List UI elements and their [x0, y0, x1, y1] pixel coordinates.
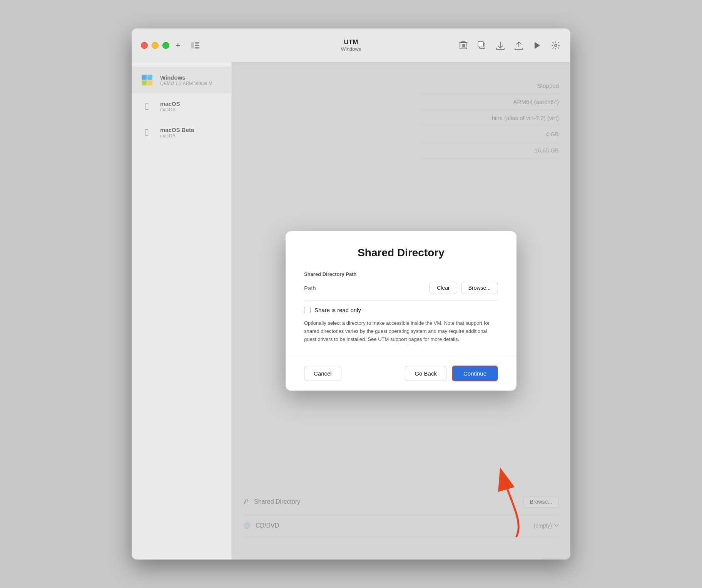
add-vm-button[interactable]: +: [176, 40, 181, 50]
settings-button[interactable]: [550, 40, 561, 51]
sidebar-sub-macos: macOS: [160, 107, 180, 112]
footer-right: Go Back Continue: [405, 366, 498, 381]
sidebar-sub-windows: QEMU 7.2 ARM Virtual M: [160, 81, 212, 86]
shared-directory-dialog: Shared Directory Shared Directory Path C…: [286, 231, 516, 390]
sidebar-text-windows: Windows QEMU 7.2 ARM Virtual M: [160, 74, 212, 86]
close-button[interactable]: [141, 42, 148, 49]
title-bar-center: UTM Windows: [341, 38, 361, 52]
sidebar-text-macos: macOS macOS: [160, 100, 180, 112]
cancel-button[interactable]: Cancel: [304, 366, 341, 381]
sidebar-item-windows[interactable]: Windows QEMU 7.2 ARM Virtual M: [132, 67, 231, 93]
browse-button[interactable]: Browse...: [461, 282, 498, 294]
dialog-footer: Cancel Go Back Continue: [286, 356, 516, 391]
continue-button[interactable]: Continue: [452, 366, 498, 381]
svg-rect-2: [195, 45, 199, 46]
arrow-annotation: [478, 467, 532, 544]
share-button[interactable]: [513, 40, 524, 51]
go-back-button[interactable]: Go Back: [405, 366, 446, 381]
svg-rect-3: [195, 47, 199, 48]
dialog-content: Shared Directory Shared Directory Path C…: [286, 231, 516, 356]
dialog-overlay: Shared Directory Shared Directory Path C…: [232, 62, 570, 560]
sidebar-item-macos-beta[interactable]:  macOS Beta macOS: [132, 119, 231, 145]
app-body: Windows QEMU 7.2 ARM Virtual M  macOS m…: [132, 62, 570, 560]
title-bar: + UTM Windows: [132, 28, 570, 62]
section-label: Shared Directory Path: [304, 271, 498, 277]
sidebar-text-macos-beta: macOS Beta macOS: [160, 127, 194, 139]
play-button[interactable]: [532, 40, 543, 51]
main-content: Stopped ARM64 (aarch64) hine (alias of v…: [232, 62, 570, 560]
path-input[interactable]: [304, 285, 426, 291]
apple-symbol: : [145, 100, 149, 112]
svg-rect-0: [191, 42, 194, 48]
sidebar-item-macos[interactable]:  macOS macOS: [132, 93, 231, 119]
macos-beta-icon: : [139, 125, 155, 140]
download-button[interactable]: [495, 40, 506, 51]
window-title: UTM: [344, 38, 358, 46]
sidebar: Windows QEMU 7.2 ARM Virtual M  macOS m…: [132, 62, 232, 560]
app-window: + UTM Windows: [132, 28, 570, 560]
sidebar-name-macos-beta: macOS Beta: [160, 127, 194, 133]
sidebar-toggle-button[interactable]: [190, 40, 201, 51]
sidebar-name-macos: macOS: [160, 100, 180, 107]
checkbox-label: Share is read only: [314, 307, 361, 313]
svg-rect-1: [195, 42, 199, 43]
svg-point-9: [555, 44, 557, 47]
maximize-button[interactable]: [162, 42, 169, 49]
toolbar-icons: [458, 40, 561, 51]
sidebar-name-windows: Windows: [160, 74, 212, 81]
minimize-button[interactable]: [152, 42, 159, 49]
path-row: Clear Browse...: [304, 282, 498, 301]
checkbox-row: Share is read only: [304, 307, 498, 313]
dialog-title: Shared Directory: [304, 247, 498, 259]
apple-beta-symbol: : [145, 127, 149, 139]
dialog-description: Optionally select a directory to make ac…: [304, 319, 498, 343]
windows-icon: [139, 72, 155, 88]
sidebar-sub-macos-beta: macOS: [160, 133, 194, 139]
svg-rect-8: [478, 42, 483, 47]
window-subtitle: Windows: [341, 46, 361, 52]
delete-button[interactable]: [458, 40, 469, 51]
traffic-lights: [141, 42, 169, 49]
footer-left: Cancel: [304, 366, 341, 381]
clone-button[interactable]: [476, 40, 487, 51]
read-only-checkbox[interactable]: [304, 307, 311, 313]
clear-button[interactable]: Clear: [430, 282, 457, 294]
macos-icon: : [139, 99, 155, 114]
